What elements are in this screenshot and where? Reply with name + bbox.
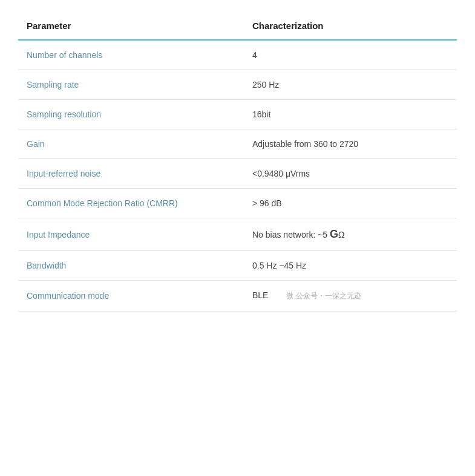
table-row: Input ImpedanceNo bias network: ~5 GΩ xyxy=(18,218,457,251)
table-header-row: Parameter Characterization xyxy=(18,12,457,40)
row-5-characterization: > 96 dB xyxy=(246,189,457,218)
row-7-characterization: 0.5 Hz −45 Hz xyxy=(246,251,457,281)
table-row: Input-referred noise<0.9480 μVrms xyxy=(18,159,457,189)
watermark-text: 微 公众号・一深之无迹 xyxy=(286,292,361,300)
table-row: Bandwidth0.5 Hz −45 Hz xyxy=(18,251,457,281)
row-4-parameter: Input-referred noise xyxy=(18,159,246,189)
header-characterization: Characterization xyxy=(246,12,457,40)
row-0-parameter: Number of channels xyxy=(18,40,246,70)
row-5-parameter: Common Mode Rejection Ratio (CMRR) xyxy=(18,189,246,218)
header-parameter: Parameter xyxy=(18,12,246,40)
row-2-characterization: 16bit xyxy=(246,100,457,129)
table-row: Communication modeBLE微 公众号・一深之无迹 xyxy=(18,281,457,311)
row-3-parameter: Gain xyxy=(18,129,246,159)
row-8-parameter: Communication mode xyxy=(18,281,246,311)
row-3-characterization: Adjustable from 360 to 2720 xyxy=(246,129,457,159)
row-1-parameter: Sampling rate xyxy=(18,70,246,100)
table-row: GainAdjustable from 360 to 2720 xyxy=(18,129,457,159)
table-row: Common Mode Rejection Ratio (CMRR)> 96 d… xyxy=(18,189,457,218)
row-6-characterization: No bias network: ~5 GΩ xyxy=(246,218,457,251)
row-2-parameter: Sampling resolution xyxy=(18,100,246,129)
row-6-parameter: Input Impedance xyxy=(18,218,246,251)
table-row: Number of channels4 xyxy=(18,40,457,70)
row-8-characterization: BLE微 公众号・一深之无迹 xyxy=(246,281,457,311)
row-4-characterization: <0.9480 μVrms xyxy=(246,159,457,189)
table-row: Sampling resolution16bit xyxy=(18,100,457,129)
row-0-characterization: 4 xyxy=(246,40,457,70)
table-row: Sampling rate250 Hz xyxy=(18,70,457,100)
row-7-parameter: Bandwidth xyxy=(18,251,246,281)
row-1-characterization: 250 Hz xyxy=(246,70,457,100)
specs-table: Parameter Characterization Number of cha… xyxy=(18,12,457,311)
